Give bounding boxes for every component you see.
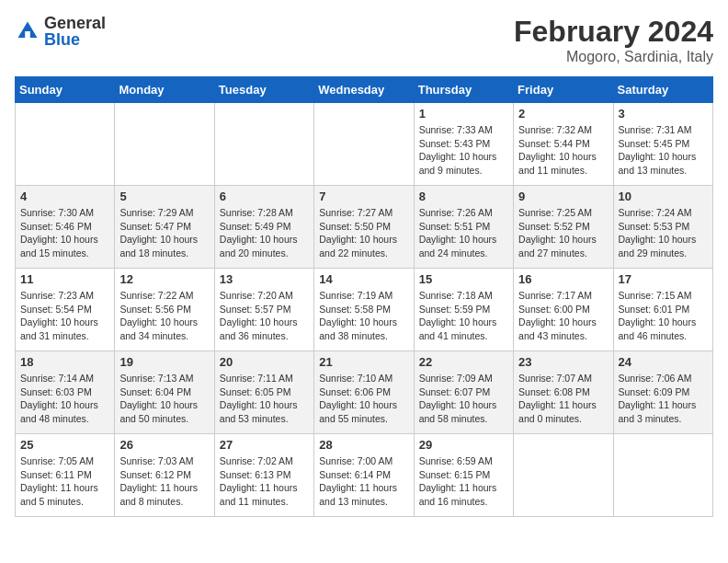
day-info: Sunrise: 7:30 AMSunset: 5:46 PMDaylight:… <box>20 206 109 260</box>
calendar-cell: 28Sunrise: 7:00 AMSunset: 6:14 PMDayligh… <box>314 434 414 517</box>
calendar-row: 11Sunrise: 7:23 AMSunset: 5:54 PMDayligh… <box>16 269 713 351</box>
day-number: 21 <box>319 355 408 369</box>
day-info: Sunrise: 7:17 AMSunset: 6:00 PMDaylight:… <box>518 289 608 343</box>
calendar-cell: 16Sunrise: 7:17 AMSunset: 6:00 PMDayligh… <box>514 269 613 351</box>
header-tuesday: Tuesday <box>214 77 313 103</box>
day-number: 23 <box>518 355 608 369</box>
logo-icon <box>15 18 40 44</box>
day-number: 10 <box>619 190 708 203</box>
day-info: Sunrise: 7:19 AMSunset: 5:58 PMDaylight:… <box>319 289 408 343</box>
day-number: 8 <box>419 190 508 203</box>
day-info: Sunrise: 7:23 AMSunset: 5:54 PMDaylight:… <box>20 289 109 343</box>
day-info: Sunrise: 7:11 AMSunset: 6:05 PMDaylight:… <box>220 372 309 426</box>
day-number: 4 <box>20 190 109 203</box>
calendar-row: 18Sunrise: 7:14 AMSunset: 6:03 PMDayligh… <box>16 351 713 434</box>
day-number: 22 <box>419 355 508 369</box>
day-info: Sunrise: 7:14 AMSunset: 6:03 PMDaylight:… <box>20 372 109 426</box>
day-info: Sunrise: 7:32 AMSunset: 5:44 PMDaylight:… <box>518 123 608 178</box>
day-number: 28 <box>319 438 408 452</box>
day-info: Sunrise: 6:59 AMSunset: 6:15 PMDaylight:… <box>419 454 508 509</box>
header-friday: Friday <box>514 77 613 103</box>
calendar-cell: 14Sunrise: 7:19 AMSunset: 5:58 PMDayligh… <box>314 269 414 351</box>
calendar-cell: 6Sunrise: 7:28 AMSunset: 5:49 PMDaylight… <box>214 186 313 269</box>
calendar-cell: 20Sunrise: 7:11 AMSunset: 6:05 PMDayligh… <box>214 351 313 434</box>
day-number: 11 <box>20 272 109 286</box>
calendar-cell <box>613 434 712 517</box>
day-info: Sunrise: 7:26 AMSunset: 5:51 PMDaylight:… <box>419 206 508 260</box>
day-number: 6 <box>220 190 309 203</box>
day-info: Sunrise: 7:20 AMSunset: 5:57 PMDaylight:… <box>220 289 309 343</box>
calendar-cell: 15Sunrise: 7:18 AMSunset: 5:59 PMDayligh… <box>414 269 513 351</box>
day-info: Sunrise: 7:07 AMSunset: 6:08 PMDaylight:… <box>518 372 608 426</box>
day-number: 29 <box>419 438 508 452</box>
day-number: 26 <box>119 438 209 452</box>
calendar-cell: 21Sunrise: 7:10 AMSunset: 6:06 PMDayligh… <box>314 351 414 434</box>
day-number: 18 <box>20 355 109 369</box>
calendar-cell <box>115 103 214 186</box>
day-info: Sunrise: 7:18 AMSunset: 5:59 PMDaylight:… <box>419 289 508 343</box>
header-sunday: Sunday <box>16 77 115 103</box>
calendar-cell: 26Sunrise: 7:03 AMSunset: 6:12 PMDayligh… <box>115 434 214 517</box>
header: General Blue February 2024 Mogoro, Sardi… <box>15 15 713 65</box>
day-number: 17 <box>619 272 708 286</box>
day-info: Sunrise: 7:02 AMSunset: 6:13 PMDaylight:… <box>220 454 309 509</box>
title-area: February 2024 Mogoro, Sardinia, Italy <box>514 15 713 65</box>
day-info: Sunrise: 7:29 AMSunset: 5:47 PMDaylight:… <box>119 206 209 260</box>
day-number: 5 <box>119 190 209 203</box>
calendar-cell <box>514 434 613 517</box>
day-info: Sunrise: 7:15 AMSunset: 6:01 PMDaylight:… <box>619 289 708 343</box>
day-number: 9 <box>518 190 608 203</box>
calendar-cell: 7Sunrise: 7:27 AMSunset: 5:50 PMDaylight… <box>314 186 414 269</box>
calendar-cell <box>214 103 313 186</box>
day-info: Sunrise: 7:24 AMSunset: 5:53 PMDaylight:… <box>619 206 708 260</box>
day-info: Sunrise: 7:33 AMSunset: 5:43 PMDaylight:… <box>419 123 508 178</box>
day-number: 20 <box>220 355 309 369</box>
day-info: Sunrise: 7:27 AMSunset: 5:50 PMDaylight:… <box>319 206 408 260</box>
logo-blue: Blue <box>44 31 106 48</box>
day-info: Sunrise: 7:06 AMSunset: 6:09 PMDaylight:… <box>619 372 708 426</box>
day-info: Sunrise: 7:05 AMSunset: 6:11 PMDaylight:… <box>20 454 109 509</box>
day-info: Sunrise: 7:13 AMSunset: 6:04 PMDaylight:… <box>119 372 209 426</box>
calendar-cell: 8Sunrise: 7:26 AMSunset: 5:51 PMDaylight… <box>414 186 513 269</box>
day-number: 13 <box>220 272 309 286</box>
day-info: Sunrise: 7:25 AMSunset: 5:52 PMDaylight:… <box>518 206 608 260</box>
day-info: Sunrise: 7:10 AMSunset: 6:06 PMDaylight:… <box>319 372 408 426</box>
calendar-cell: 3Sunrise: 7:31 AMSunset: 5:45 PMDaylight… <box>613 103 712 186</box>
calendar-header-row: SundayMondayTuesdayWednesdayThursdayFrid… <box>16 77 713 103</box>
day-number: 16 <box>518 272 608 286</box>
logo-general: General <box>44 15 106 31</box>
month-title: February 2024 <box>514 15 713 49</box>
calendar-cell: 19Sunrise: 7:13 AMSunset: 6:04 PMDayligh… <box>115 351 214 434</box>
calendar-cell: 10Sunrise: 7:24 AMSunset: 5:53 PMDayligh… <box>613 186 712 269</box>
header-saturday: Saturday <box>613 77 712 103</box>
calendar-cell <box>16 103 115 186</box>
calendar: SundayMondayTuesdayWednesdayThursdayFrid… <box>15 76 713 517</box>
logo: General Blue <box>15 15 106 48</box>
calendar-cell: 23Sunrise: 7:07 AMSunset: 6:08 PMDayligh… <box>514 351 613 434</box>
calendar-cell: 17Sunrise: 7:15 AMSunset: 6:01 PMDayligh… <box>613 269 712 351</box>
day-number: 19 <box>119 355 209 369</box>
day-number: 2 <box>518 107 608 121</box>
calendar-row: 4Sunrise: 7:30 AMSunset: 5:46 PMDaylight… <box>16 186 713 269</box>
day-number: 27 <box>220 438 309 452</box>
day-number: 12 <box>119 272 209 286</box>
header-monday: Monday <box>115 77 214 103</box>
calendar-cell: 24Sunrise: 7:06 AMSunset: 6:09 PMDayligh… <box>613 351 712 434</box>
day-number: 7 <box>319 190 408 203</box>
day-number: 15 <box>419 272 508 286</box>
calendar-cell: 4Sunrise: 7:30 AMSunset: 5:46 PMDaylight… <box>16 186 115 269</box>
day-number: 24 <box>619 355 708 369</box>
calendar-cell: 2Sunrise: 7:32 AMSunset: 5:44 PMDaylight… <box>514 103 613 186</box>
header-thursday: Thursday <box>414 77 513 103</box>
day-info: Sunrise: 7:31 AMSunset: 5:45 PMDaylight:… <box>619 123 708 178</box>
day-number: 3 <box>619 107 708 121</box>
day-info: Sunrise: 7:28 AMSunset: 5:49 PMDaylight:… <box>220 206 309 260</box>
calendar-cell: 12Sunrise: 7:22 AMSunset: 5:56 PMDayligh… <box>115 269 214 351</box>
calendar-cell: 25Sunrise: 7:05 AMSunset: 6:11 PMDayligh… <box>16 434 115 517</box>
logo-text: General Blue <box>44 15 106 48</box>
day-info: Sunrise: 7:03 AMSunset: 6:12 PMDaylight:… <box>119 454 209 509</box>
header-wednesday: Wednesday <box>314 77 414 103</box>
calendar-cell: 18Sunrise: 7:14 AMSunset: 6:03 PMDayligh… <box>16 351 115 434</box>
day-number: 1 <box>419 107 508 121</box>
calendar-row: 1Sunrise: 7:33 AMSunset: 5:43 PMDaylight… <box>16 103 713 186</box>
